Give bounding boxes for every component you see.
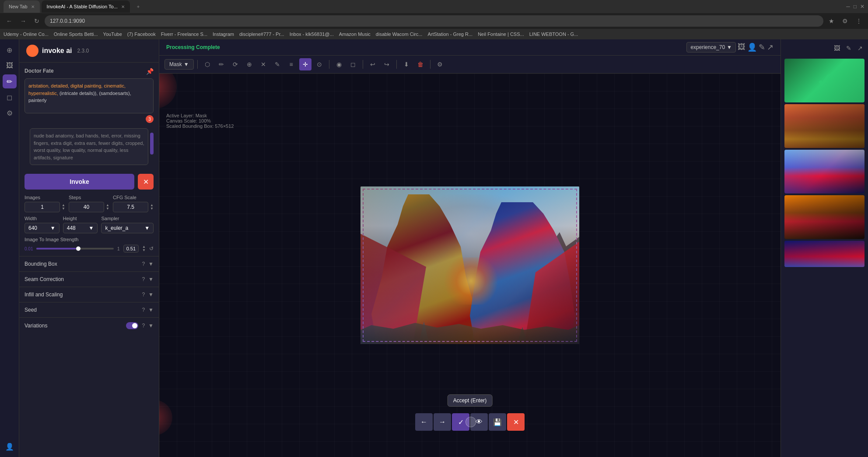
bookmark-inbox[interactable]: Inbox - klk56831@... (290, 32, 334, 37)
right-tool-3[interactable]: ↗ (856, 43, 864, 53)
prev-button[interactable]: ← (415, 413, 433, 431)
negative-prompt[interactable]: nude bad anatomy, bad hands, text, error… (30, 128, 148, 165)
infill-chevron[interactable]: ▼ (148, 292, 154, 298)
bookmark-neil[interactable]: Neil Fontaine | CSS... (478, 32, 524, 37)
sidebar-icon-layers[interactable]: ◻ (3, 90, 17, 104)
bounding-box-info[interactable]: ? (142, 261, 145, 267)
thumbnail-4[interactable] (784, 195, 864, 239)
experience-select[interactable]: experience_70 ▼ (686, 42, 736, 53)
tool-shape[interactable]: ⬡ (201, 58, 214, 70)
tool-move[interactable]: ✛ (299, 58, 312, 70)
tool-pen[interactable]: ✎ (271, 58, 284, 70)
accordion-variations-header[interactable]: Variations ? ▼ (19, 318, 159, 334)
save-button[interactable]: 💾 (489, 413, 506, 431)
tool-brush[interactable]: ✏ (215, 58, 228, 70)
bookmark-facebook[interactable]: (7) Facebook (127, 32, 156, 37)
menu-icon[interactable]: ⋮ (853, 17, 864, 25)
img2img-down[interactable]: ▼ (142, 249, 146, 252)
forward-button[interactable]: → (18, 17, 29, 25)
width-select[interactable]: 640 ▼ (24, 223, 60, 233)
img2img-value[interactable]: 0.51 (123, 245, 139, 253)
images-value[interactable]: 1 (24, 202, 60, 212)
tool-undo[interactable]: ↩ (367, 58, 379, 70)
tool-list[interactable]: ≡ (285, 58, 298, 70)
bookmark-wacom[interactable]: disable Wacom Circ... (376, 32, 423, 37)
thumbnail-1[interactable]: ✓ (784, 59, 864, 102)
tool-close[interactable]: ✕ (257, 58, 270, 70)
bookmark-artstation[interactable]: ArtStation - Greg R... (427, 32, 472, 37)
tab-new-plus[interactable]: + (132, 0, 145, 13)
bookmark-fiverr[interactable]: Fiverr - Freelance S... (161, 32, 207, 37)
bookmark-udemy[interactable]: Udemy - Online Co... (4, 32, 49, 37)
tool-download[interactable]: ⬇ (400, 58, 413, 70)
variations-chevron[interactable]: ▼ (148, 323, 154, 329)
next-button[interactable]: → (434, 413, 451, 431)
cfg-down[interactable]: ▼ (150, 207, 154, 211)
thumbnail-2[interactable] (784, 104, 864, 148)
tool-redo[interactable]: ↪ (381, 58, 393, 70)
images-down[interactable]: ▼ (62, 207, 65, 211)
window-close[interactable]: ✕ (860, 4, 864, 10)
pin-icon[interactable]: 📌 (146, 68, 154, 75)
window-maximize[interactable]: □ (854, 4, 857, 10)
sidebar-icon-user[interactable]: 👤 (3, 439, 17, 453)
thumbnail-5[interactable] (784, 241, 864, 267)
bookmark-disciple[interactable]: disciplene#777 - Pr... (239, 32, 284, 37)
tool-trash[interactable]: 🗑 (414, 58, 427, 70)
img2img-arrows[interactable]: ▲ ▼ (142, 245, 146, 252)
steps-value[interactable]: 40 (69, 202, 104, 212)
bookmark-sports[interactable]: Online Sports Betti... (54, 32, 98, 37)
bookmark-amazon[interactable]: Amazon Music (339, 32, 371, 37)
right-tool-1[interactable]: 🖼 (832, 43, 842, 53)
seed-info[interactable]: ? (142, 307, 145, 313)
infill-info[interactable]: ? (142, 292, 145, 298)
sampler-select[interactable]: k_euler_a ▼ (101, 223, 154, 233)
img2img-slider[interactable] (36, 248, 114, 250)
seam-info[interactable]: ? (142, 276, 145, 282)
right-tool-2[interactable]: ✎ (844, 43, 853, 53)
height-select[interactable]: 448 ▼ (63, 223, 98, 233)
tab-close-new[interactable]: ✕ (31, 4, 35, 9)
tool-wrench[interactable]: ⚙ (434, 58, 446, 70)
bookmark-star[interactable]: ★ (826, 17, 837, 25)
prompt-text[interactable]: artstation, detailed, digital painting, … (24, 78, 154, 113)
top-bar-icon-4[interactable]: ↗ (767, 42, 774, 52)
bookmark-instagram[interactable]: Instagram (213, 32, 234, 37)
sidebar-icon-home[interactable]: ⊕ (3, 43, 17, 57)
sidebar-icon-image[interactable]: 🖼 (3, 59, 17, 73)
thumbnail-3[interactable] (784, 150, 864, 193)
sidebar-icon-paint[interactable]: ✏ (3, 74, 17, 88)
cfg-value[interactable]: 7.5 (113, 202, 148, 212)
slider-thumb[interactable] (76, 246, 80, 251)
accordion-infill-header[interactable]: Infill and Scaling ? ▼ (19, 287, 159, 302)
tool-eraser[interactable]: ⟳ (229, 58, 242, 70)
bounding-box-chevron[interactable]: ▼ (148, 261, 154, 267)
steps-down[interactable]: ▼ (106, 207, 109, 211)
steps-arrows[interactable]: ▲ ▼ (106, 204, 109, 211)
invoke-button[interactable]: Invoke (24, 174, 134, 190)
tool-target[interactable]: ⊙ (313, 58, 326, 70)
back-button[interactable]: ← (4, 17, 15, 25)
images-arrows[interactable]: ▲ ▼ (62, 204, 65, 211)
mask-button[interactable]: Mask ▼ (164, 59, 194, 70)
tab-close-invoke[interactable]: ✕ (121, 4, 125, 9)
top-bar-icon-2[interactable]: 👤 (747, 42, 757, 52)
accordion-seam-header[interactable]: Seam Correction ? ▼ (19, 272, 159, 287)
tab-invoke[interactable]: InvokeAI - A Stable Diffusion To... ✕ (42, 0, 130, 13)
close-action-button[interactable]: ✕ (507, 413, 525, 431)
window-minimize[interactable]: ─ (846, 4, 850, 10)
bookmark-youtube[interactable]: YouTube (103, 32, 122, 37)
variations-info[interactable]: ? (142, 323, 145, 329)
address-bar[interactable]: 127.0.0.1:9090 (45, 15, 823, 27)
top-bar-icon-3[interactable]: ✎ (759, 42, 765, 52)
canvas-area[interactable]: Active Layer: Mask Canvas Scale: 100% Sc… (159, 74, 780, 457)
top-bar-icon-1[interactable]: 🖼 (738, 42, 746, 52)
accordion-bounding-box-header[interactable]: Bounding Box ? ▼ (19, 257, 159, 271)
cfg-arrows[interactable]: ▲ ▼ (150, 204, 154, 211)
seam-chevron[interactable]: ▼ (148, 276, 154, 282)
tool-zoom-out[interactable]: ⊕ (243, 58, 256, 70)
bookmark-webtoon[interactable]: LINE WEBTOON - G... (529, 32, 578, 37)
refresh-button[interactable]: ↻ (32, 17, 42, 25)
accordion-seed-header[interactable]: Seed ? ▼ (19, 302, 159, 317)
seed-chevron[interactable]: ▼ (148, 307, 154, 313)
